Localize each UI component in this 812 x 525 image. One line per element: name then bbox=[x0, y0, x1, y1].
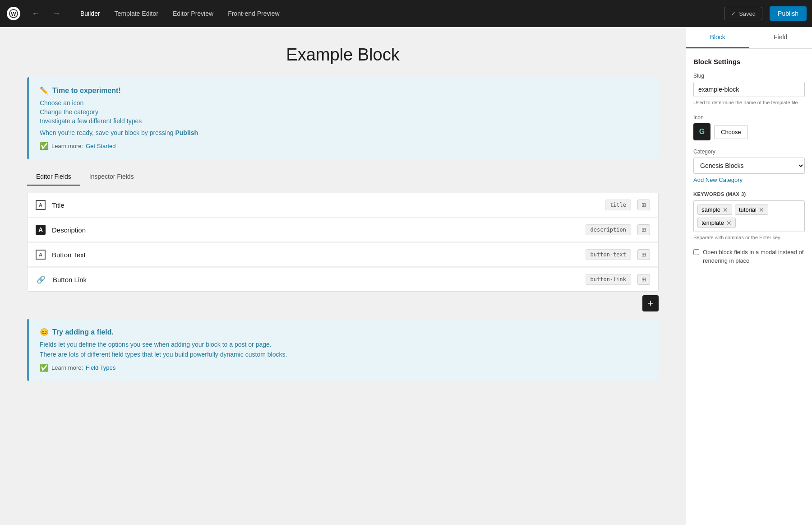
table-row: A Title title ⊞ bbox=[28, 193, 658, 217]
icon-symbol: G bbox=[699, 128, 705, 136]
sidebar-tab-block[interactable]: Block bbox=[686, 27, 749, 48]
tab-editor-preview[interactable]: Editor Preview bbox=[166, 6, 220, 21]
slug-field: Slug Used to determine the name of the t… bbox=[693, 73, 805, 106]
smile-icon: 😊 bbox=[40, 328, 49, 336]
description-field-action[interactable]: ⊞ bbox=[637, 224, 650, 235]
main-layout: Example Block ✏️ Time to experiment! Cho… bbox=[0, 27, 812, 525]
try-box: 😊 Try adding a field. Fields let you def… bbox=[27, 319, 659, 381]
field-types-link[interactable]: Field Types bbox=[86, 364, 115, 371]
slug-description: Used to determine the name of the templa… bbox=[693, 99, 805, 106]
keyword-template-label: template bbox=[701, 219, 724, 226]
button-link-field-action[interactable]: ⊞ bbox=[637, 274, 650, 285]
modal-checkbox-row: Open block fields in a modal instead of … bbox=[693, 248, 805, 265]
saved-label: Saved bbox=[739, 10, 756, 17]
button-link-field-icon: 🔗 bbox=[36, 275, 46, 284]
keywords-hint: Separate with commas or the Enter key. bbox=[693, 235, 805, 240]
button-text-field-label: Button Text bbox=[52, 251, 579, 259]
check-icon: ✓ bbox=[731, 10, 736, 17]
tab-editor-fields[interactable]: Editor Fields bbox=[27, 168, 80, 186]
button-text-field-slug: button-text bbox=[586, 249, 631, 260]
button-link-field-label: Button Link bbox=[53, 276, 579, 283]
nav-tabs: Builder Template Editor Editor Preview F… bbox=[74, 6, 286, 21]
right-sidebar: Block Field Block Settings Slug Used to … bbox=[686, 27, 812, 525]
tab-inspector-fields[interactable]: Inspector Fields bbox=[80, 168, 143, 186]
table-row: A Button Text button-text ⊞ bbox=[28, 243, 658, 267]
category-label: Category bbox=[693, 149, 805, 155]
title-field-action[interactable]: ⊞ bbox=[637, 200, 650, 210]
category-select[interactable]: Genesis Blocks Common Formatting Layout … bbox=[693, 158, 805, 174]
content-area: Example Block ✏️ Time to experiment! Cho… bbox=[0, 27, 686, 525]
page-title: Example Block bbox=[27, 45, 659, 65]
keyword-sample-label: sample bbox=[701, 206, 720, 213]
description-field-slug: description bbox=[586, 224, 631, 235]
info-box-note: When you're ready, save your block by pr… bbox=[40, 129, 648, 136]
sidebar-tab-field[interactable]: Field bbox=[749, 27, 812, 48]
fields-container: A Title title ⊞ A Description descriptio… bbox=[27, 193, 659, 292]
add-field-row: + bbox=[27, 292, 659, 315]
try-box-title: 😊 Try adding a field. bbox=[40, 328, 648, 336]
keyword-tutorial-label: tutorial bbox=[739, 206, 757, 213]
top-navigation: W ← → Builder Template Editor Editor Pre… bbox=[0, 0, 812, 27]
button-text-field-action[interactable]: ⊞ bbox=[637, 249, 650, 260]
title-field-label: Title bbox=[52, 201, 599, 209]
saved-button: ✓ Saved bbox=[724, 7, 762, 20]
forward-button[interactable]: → bbox=[50, 7, 63, 20]
keyword-sample: sample ✕ bbox=[697, 204, 732, 215]
keyword-sample-remove[interactable]: ✕ bbox=[723, 207, 728, 213]
keywords-title: KEYWORDS (MAX 3) bbox=[693, 191, 805, 197]
title-field-slug: title bbox=[605, 200, 631, 210]
learn-check-icon: ✅ bbox=[40, 142, 49, 150]
try-box-learn: ✅ Learn more: Field Types bbox=[40, 363, 648, 372]
table-row: 🔗 Button Link button-link ⊞ bbox=[28, 268, 658, 291]
add-category-link[interactable]: Add New Category bbox=[693, 177, 805, 183]
info-box-title: ✏️ Time to experiment! bbox=[40, 86, 648, 95]
try-check-icon: ✅ bbox=[40, 363, 49, 372]
icon-field: Icon G Choose bbox=[693, 114, 805, 140]
keyword-tutorial: tutorial ✕ bbox=[735, 204, 768, 215]
back-button[interactable]: ← bbox=[29, 7, 42, 20]
tab-frontend-preview[interactable]: Front-end Preview bbox=[221, 6, 286, 21]
try-box-line-1: Fields let you define the options you se… bbox=[40, 341, 648, 348]
icon-picker: G Choose bbox=[693, 123, 805, 140]
info-item-3: Investigate a few different field types bbox=[40, 117, 648, 125]
field-tabs: Editor Fields Inspector Fields bbox=[27, 168, 659, 186]
publish-button[interactable]: Publish bbox=[770, 6, 807, 21]
button-link-field-slug: button-link bbox=[586, 274, 631, 285]
keywords-field: KEYWORDS (MAX 3) sample ✕ tutorial ✕ tem… bbox=[693, 191, 805, 240]
keyword-tutorial-remove[interactable]: ✕ bbox=[759, 207, 764, 213]
icon-label: Icon bbox=[693, 114, 805, 121]
description-field-label: Description bbox=[52, 226, 579, 234]
slug-label: Slug bbox=[693, 73, 805, 79]
title-field-icon: A bbox=[36, 200, 46, 210]
block-settings-title: Block Settings bbox=[693, 58, 805, 65]
description-field-icon: A bbox=[36, 225, 46, 235]
sidebar-content: Block Settings Slug Used to determine th… bbox=[686, 49, 812, 274]
slug-input[interactable] bbox=[693, 82, 805, 97]
tab-builder[interactable]: Builder bbox=[74, 6, 106, 21]
choose-icon-button[interactable]: Choose bbox=[714, 125, 748, 139]
try-box-line-2: There are lots of different field types … bbox=[40, 351, 648, 358]
info-box-learn: ✅ Learn more: Get Started bbox=[40, 142, 648, 150]
tab-template-editor[interactable]: Template Editor bbox=[108, 6, 165, 21]
button-text-field-icon: A bbox=[36, 250, 46, 260]
keywords-container[interactable]: sample ✕ tutorial ✕ template ✕ bbox=[693, 200, 805, 232]
info-item-2: Change the category bbox=[40, 108, 648, 116]
table-row: A Description description ⊞ bbox=[28, 218, 658, 242]
keyword-template: template ✕ bbox=[697, 218, 736, 228]
keyword-template-remove[interactable]: ✕ bbox=[726, 220, 732, 226]
add-field-button[interactable]: + bbox=[642, 295, 659, 311]
icon-preview: G bbox=[693, 123, 710, 140]
sidebar-tabs: Block Field bbox=[686, 27, 812, 49]
modal-checkbox-label: Open block fields in a modal instead of … bbox=[703, 248, 805, 265]
info-box: ✏️ Time to experiment! Choose an icon Ch… bbox=[27, 77, 659, 159]
category-field: Category Genesis Blocks Common Formattin… bbox=[693, 149, 805, 183]
wp-logo[interactable]: W bbox=[5, 5, 22, 22]
svg-text:W: W bbox=[11, 11, 16, 17]
modal-checkbox[interactable] bbox=[693, 249, 699, 255]
get-started-link[interactable]: Get Started bbox=[86, 143, 115, 149]
pencil-icon: ✏️ bbox=[40, 86, 49, 95]
info-item-1: Choose an icon bbox=[40, 99, 648, 107]
